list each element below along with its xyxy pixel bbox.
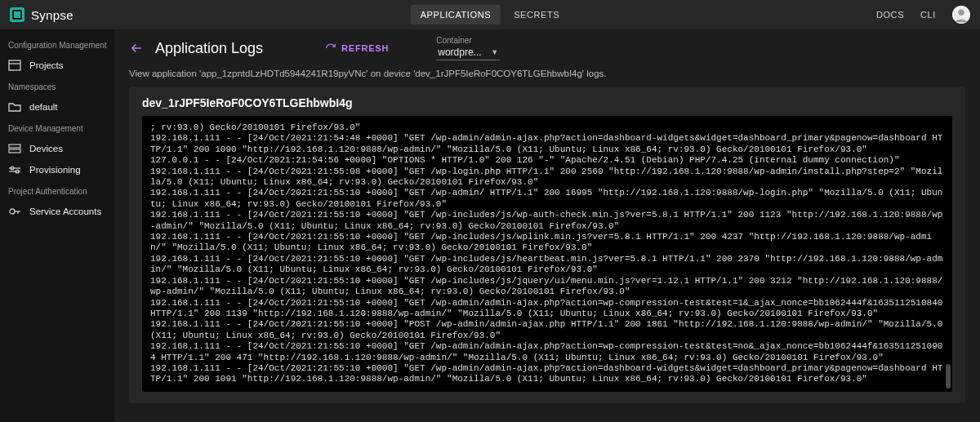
- sidebar-item-devices[interactable]: Devices: [7, 138, 108, 159]
- tab-secrets[interactable]: SECRETS: [504, 5, 569, 24]
- side-group-device: Device Management: [8, 124, 108, 133]
- svg-rect-2: [9, 60, 20, 70]
- sidebar-item-label: Projects: [29, 60, 64, 70]
- sidebar-item-label: default: [29, 102, 58, 112]
- brand-name: Synpse: [31, 8, 74, 22]
- sidebar: Configuration Management Projects Namesp…: [0, 29, 114, 422]
- provisioning-icon: [8, 164, 21, 175]
- log-output-box: ; rv:93.0) Gecko/20100101 Firefox/93.0" …: [142, 116, 952, 392]
- chevron-down-icon: ▼: [491, 48, 498, 56]
- side-group-config: Configuration Management: [8, 41, 108, 50]
- container-field-label: Container: [436, 36, 500, 45]
- arrow-left-icon: [129, 41, 144, 56]
- key-icon: [8, 206, 21, 217]
- primary-tabs: APPLICATIONS SECRETS: [411, 5, 570, 24]
- scrollbar-thumb[interactable]: [946, 364, 951, 389]
- container-select[interactable]: wordpre... ▼: [436, 47, 500, 60]
- sidebar-item-provisioning[interactable]: Provisioning: [7, 159, 108, 180]
- container-selected-value: wordpre...: [438, 47, 481, 58]
- page-title: Application Logs: [155, 40, 263, 57]
- log-card: dev_1rJPF5IeRoF0COY6TLGEhbwbI4g ; rv:93.…: [129, 87, 965, 403]
- sidebar-item-label: Devices: [29, 144, 63, 153]
- log-output[interactable]: ; rv:93.0) Gecko/20100101 Firefox/93.0" …: [150, 122, 944, 385]
- back-button[interactable]: [129, 41, 144, 56]
- tab-applications[interactable]: APPLICATIONS: [411, 5, 501, 24]
- link-cli[interactable]: CLI: [920, 10, 936, 20]
- sidebar-item-default[interactable]: default: [7, 96, 108, 118]
- refresh-button[interactable]: REFRESH: [325, 42, 389, 54]
- devices-icon: [8, 143, 21, 154]
- sidebar-item-service-accounts[interactable]: Service Accounts: [7, 201, 108, 222]
- svg-rect-5: [9, 149, 20, 153]
- sidebar-item-projects[interactable]: Projects: [7, 55, 108, 76]
- top-bar: Synpse APPLICATIONS SECRETS DOCS CLI: [0, 0, 980, 29]
- projects-icon: [8, 60, 21, 71]
- page-header-row: Application Logs REFRESH Container wordp…: [129, 36, 965, 60]
- folder-icon: [8, 101, 21, 113]
- svg-point-10: [10, 209, 15, 214]
- svg-point-1: [958, 10, 964, 16]
- side-group-auth: Project Authentication: [8, 187, 108, 196]
- svg-rect-4: [9, 144, 20, 148]
- refresh-label: REFRESH: [341, 43, 389, 53]
- sidebar-item-label: Service Accounts: [29, 207, 101, 216]
- top-right-links: DOCS CLI: [876, 6, 970, 24]
- avatar-icon: [952, 6, 970, 24]
- logo-icon: [10, 7, 24, 22]
- refresh-icon: [325, 42, 336, 54]
- sidebar-item-label: Provisioning: [29, 165, 81, 175]
- page-description: View application 'app_1zpntdLzHDTd594424…: [129, 69, 965, 78]
- link-docs[interactable]: DOCS: [876, 10, 904, 20]
- content-area: Application Logs REFRESH Container wordp…: [114, 29, 980, 422]
- brand-block: Synpse: [10, 7, 74, 22]
- container-field: Container wordpre... ▼: [436, 36, 500, 60]
- side-group-namespaces: Namespaces: [8, 82, 108, 91]
- user-avatar[interactable]: [952, 6, 970, 24]
- log-device-title: dev_1rJPF5IeRoF0COY6TLGEhbwbI4g: [142, 96, 952, 109]
